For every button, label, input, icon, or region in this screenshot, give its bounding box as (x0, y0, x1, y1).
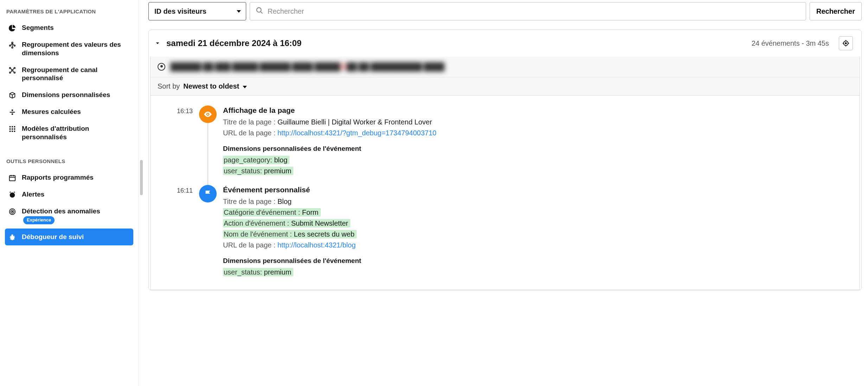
sidebar-item-label: Mesures calculées (22, 108, 130, 116)
sidebar-item-label: Segments (22, 24, 130, 32)
event-marker (199, 105, 217, 176)
cube-icon (8, 91, 16, 99)
event-line: Nom de l'événement : Les secrets du web (223, 229, 853, 240)
svg-rect-19 (12, 131, 13, 132)
sidebar-item-anomaly-detection[interactable]: Détection des anomalies Expérience (5, 203, 133, 229)
select-label: ID des visiteurs (154, 7, 206, 15)
sidebar-item-calculated-metrics[interactable]: Mesures calculées (5, 103, 133, 120)
svg-point-4 (9, 67, 11, 69)
svg-rect-12 (9, 126, 11, 128)
session-card: samedi 21 décembre 2024 à 16:09 24 événe… (148, 30, 862, 290)
session-sub-header: ██████ ██ ███ █████ ██████ ████ ███████ … (150, 57, 860, 96)
flow-icon (8, 66, 16, 74)
event-line: Titre de la page : Guillaume Bielli | Di… (223, 117, 853, 128)
svg-point-3 (12, 47, 13, 49)
sidebar-item-segments[interactable]: Segments (5, 19, 133, 36)
target-button[interactable] (839, 36, 853, 50)
svg-point-5 (14, 67, 15, 69)
svg-rect-14 (14, 126, 15, 128)
svg-point-8 (14, 72, 15, 73)
section-app-settings: PARAMÈTRES DE L'APPLICATION (5, 6, 133, 19)
sidebar: PARAMÈTRES DE L'APPLICATION Segments Reg… (0, 0, 139, 386)
collapse-toggle[interactable] (154, 39, 161, 47)
sort-label: Sort by (158, 82, 180, 90)
event-row: 16:11Événement personnaliséTitre de la p… (158, 185, 853, 286)
event-title: Affichage de la page (223, 106, 853, 115)
sidebar-item-label: Débogueur de suivi (22, 233, 130, 241)
main-content: ID des visiteurs Rechercher samedi 21 dé… (139, 0, 868, 386)
event-line: Action d'événement : Submit Newsletter (223, 218, 853, 229)
event-dimensions-header: Dimensions personnalisées de l'événement (223, 145, 853, 153)
sidebar-item-label: Regroupement de canal personnalisé (22, 66, 130, 83)
svg-rect-13 (12, 126, 13, 128)
visitor-id-select[interactable]: ID des visiteurs (148, 2, 246, 20)
event-content: Affichage de la pageTitre de la page : G… (223, 105, 853, 176)
svg-point-27 (257, 7, 261, 12)
sidebar-item-label: Regroupement des valeurs des dimensions (22, 40, 130, 57)
sidebar-item-dimension-grouping[interactable]: Regroupement des valeurs des dimensions (5, 36, 133, 62)
search-icon (256, 7, 263, 16)
session-meta: 24 événements - 3m 45s (752, 39, 829, 47)
svg-point-7 (9, 72, 11, 73)
divide-icon (8, 108, 16, 116)
session-title: samedi 21 décembre 2024 à 16:09 (166, 38, 747, 48)
event-title: Événement personnalisé (223, 186, 853, 194)
nodes-icon (8, 41, 16, 49)
filter-bar: ID des visiteurs Rechercher (148, 0, 862, 25)
search-box[interactable] (250, 2, 806, 20)
event-url-link[interactable]: http://localhost:4321/?gtm_debug=1734794… (277, 129, 436, 137)
session-header: samedi 21 décembre 2024 à 16:09 24 événe… (149, 30, 861, 57)
event-time: 16:13 (158, 105, 193, 176)
svg-rect-21 (9, 175, 15, 181)
alarm-icon (8, 191, 16, 199)
svg-rect-17 (14, 128, 15, 130)
sidebar-item-tracking-debugger[interactable]: Débogueur de suivi (5, 229, 133, 245)
sidebar-item-alerts[interactable]: Alertes (5, 186, 133, 203)
sort-select[interactable]: Newest to oldest (183, 82, 248, 90)
user-icon (158, 63, 165, 71)
section-personal-tools: OUTILS PERSONNELS (5, 155, 133, 169)
svg-point-0 (12, 42, 13, 44)
events-body: 16:13Affichage de la pageTitre de la pag… (150, 96, 860, 290)
sidebar-item-scheduled-reports[interactable]: Rapports programmés (5, 169, 133, 186)
svg-rect-16 (12, 128, 13, 130)
radar-icon (8, 208, 16, 215)
svg-point-29 (845, 43, 847, 44)
svg-point-25 (12, 211, 13, 212)
event-line: URL de la page : http://localhost:4321/b… (223, 240, 853, 251)
sidebar-item-custom-dimensions[interactable]: Dimensions personnalisées (5, 86, 133, 103)
eye-icon (199, 105, 217, 123)
bug-icon (8, 233, 16, 241)
search-input[interactable] (268, 7, 800, 15)
experience-badge: Expérience (23, 216, 55, 224)
event-dimension: user_status: premium (223, 166, 853, 176)
event-dimension: user_status: premium (223, 267, 853, 278)
sidebar-item-custom-channel[interactable]: Regroupement de canal personnalisé (5, 62, 133, 87)
svg-point-30 (207, 114, 209, 115)
svg-point-9 (12, 109, 13, 111)
svg-rect-18 (9, 131, 11, 132)
svg-point-22 (10, 192, 15, 198)
flag-icon (199, 185, 217, 202)
search-button[interactable]: Rechercher (810, 2, 862, 20)
sidebar-item-label: Dimensions personnalisées (22, 91, 130, 99)
svg-rect-10 (10, 112, 15, 112)
sidebar-item-attribution-models[interactable]: Modèles d'attribution personnalisés (5, 120, 133, 146)
event-time: 16:11 (158, 185, 193, 278)
svg-point-11 (12, 113, 13, 115)
event-line: Titre de la page : Blog (223, 196, 853, 207)
event-row: 16:13Affichage de la pageTitre de la pag… (158, 105, 853, 185)
event-url-link[interactable]: http://localhost:4321/blog (277, 241, 356, 249)
event-line: Catégorie d'événement : Form (223, 207, 853, 218)
calendar-icon (8, 174, 16, 182)
svg-point-2 (14, 45, 15, 46)
sidebar-item-label: Alertes (22, 190, 130, 199)
user-row: ██████ ██ ███ █████ ██████ ████ ███████ … (151, 57, 860, 77)
sidebar-item-label: Rapports programmés (22, 173, 130, 182)
sidebar-item-label: Modèles d'attribution personnalisés (22, 124, 130, 141)
svg-point-1 (9, 45, 11, 46)
user-id-blurred: ██████ ██ ███ █████ ██████ ████ ███████ … (170, 62, 853, 71)
event-line: URL de la page : http://localhost:4321/?… (223, 128, 853, 139)
sort-row: Sort by Newest to oldest (151, 77, 860, 95)
sidebar-item-label: Détection des anomalies Expérience (22, 207, 130, 224)
